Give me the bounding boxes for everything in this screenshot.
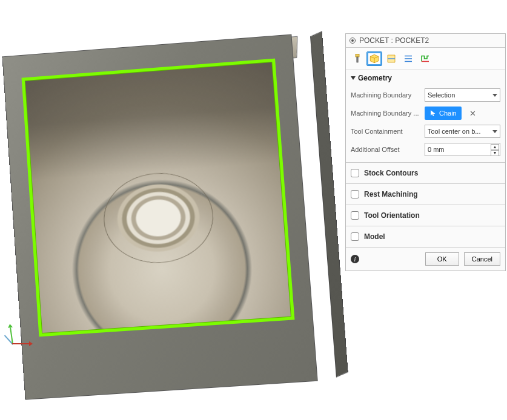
checkbox-tool-orientation[interactable] xyxy=(351,211,359,220)
select-machining-boundary[interactable]: Selection xyxy=(425,88,500,102)
info-icon[interactable]: i xyxy=(351,255,359,263)
clear-selection-button[interactable]: ✕ xyxy=(469,109,477,117)
chevron-down-icon xyxy=(492,130,497,133)
section-stock-contours[interactable]: Stock Contours xyxy=(346,163,505,184)
svg-rect-1 xyxy=(357,57,358,62)
label-tool-orientation: Tool Orientation xyxy=(364,211,420,220)
label-machining-boundary: Machining Boundary xyxy=(351,91,421,99)
section-tool-orientation[interactable]: Tool Orientation xyxy=(346,205,505,226)
section-rest-machining[interactable]: Rest Machining xyxy=(346,184,505,205)
axis-x-icon xyxy=(12,343,29,344)
ok-button[interactable]: OK xyxy=(425,252,459,266)
cursor-icon xyxy=(429,110,437,117)
panel-title-bar[interactable]: POCKET : POCKET2 xyxy=(346,34,505,48)
label-boundary-selection: Machining Boundary ... xyxy=(351,110,421,117)
label-model: Model xyxy=(364,232,385,241)
tool-tab-icon xyxy=(352,53,363,64)
caret-down-icon xyxy=(351,76,356,80)
linking-tab-icon xyxy=(420,53,431,64)
spinner-up-button[interactable]: ▴ xyxy=(491,144,499,150)
geometry-tab-icon xyxy=(369,53,380,64)
boundary-selection-outline[interactable] xyxy=(22,59,295,337)
input-additional-offset-value: 0 mm xyxy=(428,146,445,153)
passes-tab-icon xyxy=(403,53,414,64)
tab-tool[interactable] xyxy=(350,51,365,66)
cancel-button[interactable]: Cancel xyxy=(464,252,500,266)
section-geometry-title: Geometry xyxy=(358,74,392,82)
heights-tab-icon xyxy=(386,53,397,64)
model-block xyxy=(2,33,337,412)
label-stock-contours: Stock Contours xyxy=(364,169,418,177)
section-model[interactable]: Model xyxy=(346,226,505,247)
tab-passes[interactable] xyxy=(400,51,416,66)
tab-heights[interactable] xyxy=(383,51,399,66)
section-geometry: Geometry Machining Boundary Selection Ma… xyxy=(346,70,505,163)
viewport-3d[interactable] xyxy=(0,0,345,420)
select-machining-boundary-value: Selection xyxy=(428,91,455,99)
tab-linking[interactable] xyxy=(417,51,433,66)
select-tool-containment[interactable]: Tool center on b... xyxy=(425,125,500,138)
checkbox-model[interactable] xyxy=(351,232,359,241)
label-additional-offset: Additional Offset xyxy=(351,146,421,153)
checkbox-stock-contours[interactable] xyxy=(351,169,359,177)
svg-rect-0 xyxy=(356,54,359,57)
operation-panel: POCKET : POCKET2 xyxy=(345,33,506,271)
input-additional-offset[interactable]: 0 mm ▴ ▾ xyxy=(425,143,500,156)
section-geometry-header[interactable]: Geometry xyxy=(346,70,505,86)
origin-triad[interactable] xyxy=(12,320,36,344)
spinner-down-button[interactable]: ▾ xyxy=(491,150,499,156)
checkbox-rest-machining[interactable] xyxy=(351,190,359,199)
bullet-icon xyxy=(350,38,356,44)
select-tool-containment-value: Tool center on b... xyxy=(428,128,480,135)
tab-geometry[interactable] xyxy=(366,51,382,66)
label-rest-machining: Rest Machining xyxy=(364,190,418,199)
tab-row xyxy=(346,48,505,70)
label-tool-containment: Tool Containment xyxy=(351,128,421,135)
chain-chip-label: Chain xyxy=(439,110,457,117)
chain-selection-chip[interactable]: Chain xyxy=(425,107,462,120)
chevron-down-icon xyxy=(492,94,497,97)
panel-footer: i OK Cancel xyxy=(346,247,505,271)
panel-title: POCKET : POCKET2 xyxy=(359,36,429,45)
